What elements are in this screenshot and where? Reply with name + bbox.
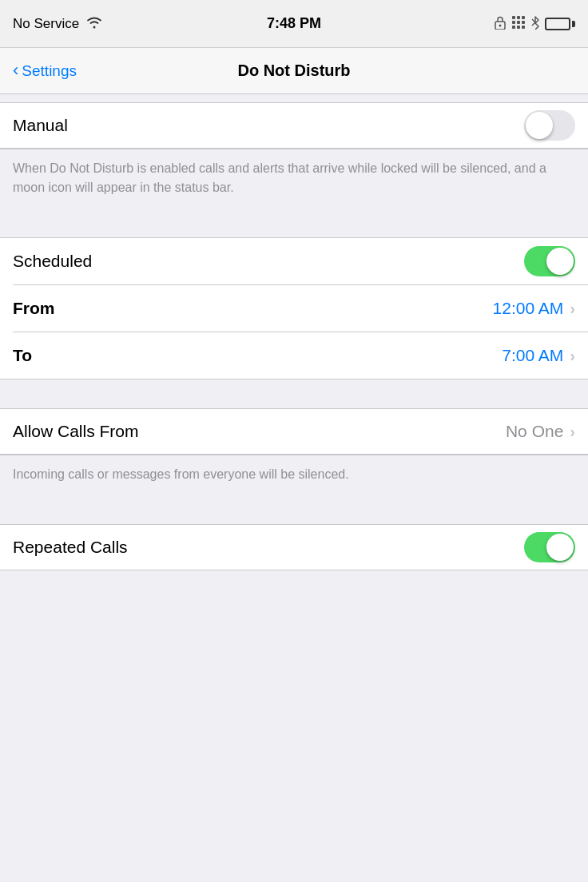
- back-label: Settings: [22, 62, 77, 80]
- gap-1: [0, 94, 588, 102]
- repeated-calls-toggle-knob: [546, 534, 574, 561]
- gap-4: [0, 495, 588, 524]
- wifi-icon: [85, 14, 103, 33]
- bluetooth-icon: [530, 15, 540, 32]
- from-label: From: [13, 299, 493, 318]
- svg-rect-9: [517, 26, 520, 29]
- manual-toggle-knob: [526, 112, 553, 139]
- manual-row: Manual: [0, 102, 588, 149]
- svg-rect-3: [517, 16, 520, 19]
- svg-rect-6: [517, 21, 520, 24]
- manual-info-text: When Do Not Disturb is enabled calls and…: [0, 149, 588, 209]
- to-chevron-icon: ›: [570, 347, 575, 365]
- scheduled-label: Scheduled: [13, 252, 524, 271]
- back-chevron-icon: ‹: [13, 60, 18, 81]
- to-row[interactable]: To 7:00 AM ›: [0, 332, 588, 379]
- from-value: 12:00 AM: [493, 299, 564, 318]
- repeated-calls-row: Repeated Calls: [0, 524, 588, 570]
- scheduled-block: Scheduled From 12:00 AM › To 7:00 AM ›: [0, 237, 588, 379]
- from-row[interactable]: From 12:00 AM ›: [0, 285, 588, 332]
- svg-rect-4: [522, 16, 525, 19]
- allow-calls-chevron-icon: ›: [570, 423, 575, 441]
- status-bar: No Service 7:48 PM: [0, 0, 588, 48]
- svg-point-1: [499, 25, 502, 27]
- allow-calls-row[interactable]: Allow Calls From No One ›: [0, 408, 588, 455]
- allow-calls-label: Allow Calls From: [13, 422, 506, 441]
- scheduled-toggle-knob: [546, 248, 574, 275]
- allow-calls-info-text: Incoming calls or messages from everyone…: [0, 455, 588, 495]
- settings-content: Manual When Do Not Disturb is enabled ca…: [0, 94, 588, 570]
- nav-bar: ‹ Settings Do Not Disturb: [0, 48, 588, 94]
- to-label: To: [13, 346, 502, 365]
- back-button[interactable]: ‹ Settings: [13, 61, 77, 81]
- repeated-calls-label: Repeated Calls: [13, 538, 524, 557]
- manual-label: Manual: [13, 116, 524, 135]
- svg-rect-2: [512, 16, 515, 19]
- gap-2: [0, 209, 588, 237]
- lock-icon: [494, 15, 507, 32]
- grid-icon: [511, 15, 526, 32]
- status-left: No Service: [13, 14, 103, 33]
- svg-rect-10: [522, 26, 525, 29]
- gap-3: [0, 379, 588, 408]
- svg-rect-7: [522, 21, 525, 24]
- svg-rect-8: [512, 26, 515, 29]
- repeated-calls-toggle[interactable]: [524, 532, 575, 562]
- battery-icon: [545, 18, 575, 30]
- status-right: [494, 15, 575, 32]
- scheduled-toggle[interactable]: [524, 246, 575, 276]
- to-value: 7:00 AM: [502, 346, 563, 365]
- status-time: 7:48 PM: [267, 15, 321, 32]
- carrier-text: No Service: [13, 16, 79, 32]
- page-title: Do Not Disturb: [237, 62, 350, 80]
- manual-toggle[interactable]: [524, 110, 575, 141]
- scheduled-row: Scheduled: [0, 238, 588, 284]
- svg-rect-5: [512, 21, 515, 24]
- from-chevron-icon: ›: [570, 300, 575, 318]
- allow-calls-value: No One: [506, 422, 563, 441]
